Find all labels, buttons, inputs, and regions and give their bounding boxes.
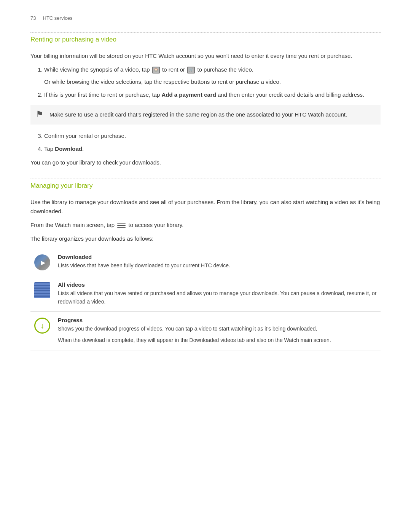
step-4-bold: Download <box>55 145 82 152</box>
steps-list: While viewing the synopsis of a video, t… <box>44 65 381 99</box>
progress-icon-cell <box>30 312 54 350</box>
para2-suffix: to access your library. <box>129 222 184 228</box>
step-2-bold: Add a payment card <box>161 91 216 98</box>
step-2-text: If this is your first time to rent or pu… <box>44 91 161 98</box>
allvideos-title: All videos <box>58 281 377 288</box>
table-row: Progress Shows you the download progress… <box>30 312 381 350</box>
library-table: Downloaded Lists videos that have been f… <box>30 248 381 350</box>
downloaded-content-cell: Downloaded Lists videos that have been f… <box>54 248 381 276</box>
progress-desc1: Shows you the download progress of video… <box>58 325 377 333</box>
step-1-middle: to rent or <box>162 66 186 73</box>
page-header: 73 HTC services <box>30 15 381 21</box>
step-1: While viewing the synopsis of a video, t… <box>44 65 381 86</box>
downloaded-title: Downloaded <box>58 254 377 260</box>
managing-para2: From the Watch main screen, tap to acces… <box>30 220 381 230</box>
steps-list-continued: Confirm your rental or purchase. Tap Dow… <box>44 131 381 153</box>
section-footer-text: You can go to your library to check your… <box>30 158 381 167</box>
allvideos-content-cell: All videos Lists all videos that you hav… <box>54 276 381 312</box>
progress-title: Progress <box>58 317 377 323</box>
managing-para1: Use the library to manage your downloads… <box>30 198 381 216</box>
step-2-end: and then enter your credit card details … <box>216 91 364 98</box>
progress-icon <box>34 318 50 334</box>
progress-content-cell: Progress Shows you the download progress… <box>54 312 381 350</box>
menu-icon <box>117 222 126 228</box>
step-3: Confirm your rental or purchase. <box>44 131 381 141</box>
section-label: HTC services <box>43 15 73 21</box>
page-number: 73 <box>30 15 36 21</box>
section-title-renting: Renting or purchasing a video <box>30 32 381 46</box>
progress-desc2: When the download is complete, they will… <box>58 336 377 345</box>
section-renting: Renting or purchasing a video Your billi… <box>30 32 381 167</box>
table-row: Downloaded Lists videos that have been f… <box>30 248 381 276</box>
allvideos-icon-cell <box>30 276 54 312</box>
section-managing: Managing your library Use the library to… <box>30 179 381 350</box>
allvideos-icon <box>34 282 50 298</box>
step-1-subtext: Or while browsing the video selections, … <box>44 77 381 86</box>
managing-para3: The library organizes your downloads as … <box>30 234 381 243</box>
step-4-period: . <box>82 145 84 152</box>
step-3-text: Confirm your rental or purchase. <box>44 133 126 139</box>
section-title-managing: Managing your library <box>30 179 381 192</box>
downloaded-icon <box>34 254 50 270</box>
flag-icon: ⚑ <box>36 110 43 118</box>
purchase-icon: 🛒 <box>187 67 195 73</box>
step-4-text: Tap <box>44 145 55 152</box>
note-box: ⚑ Make sure to use a credit card that’s … <box>30 105 381 125</box>
step-1-text: While viewing the synopsis of a video, t… <box>44 66 151 73</box>
downloaded-icon-cell <box>30 248 54 276</box>
section-intro: Your billing information will be stored … <box>30 51 381 61</box>
note-text: Make sure to use a credit card that’s re… <box>49 111 347 118</box>
rent-icon: 🏠 <box>152 67 160 73</box>
allvideos-desc: Lists all videos that you have rented or… <box>58 289 377 306</box>
para2-prefix: From the Watch main screen, tap <box>30 222 115 228</box>
step-4: Tap Download. <box>44 144 381 153</box>
table-row: All videos Lists all videos that you hav… <box>30 276 381 312</box>
step-1-end: to purchase the video. <box>197 66 253 73</box>
step-2: If this is your first time to rent or pu… <box>44 90 381 99</box>
downloaded-desc: Lists videos that have been fully downlo… <box>58 262 377 270</box>
